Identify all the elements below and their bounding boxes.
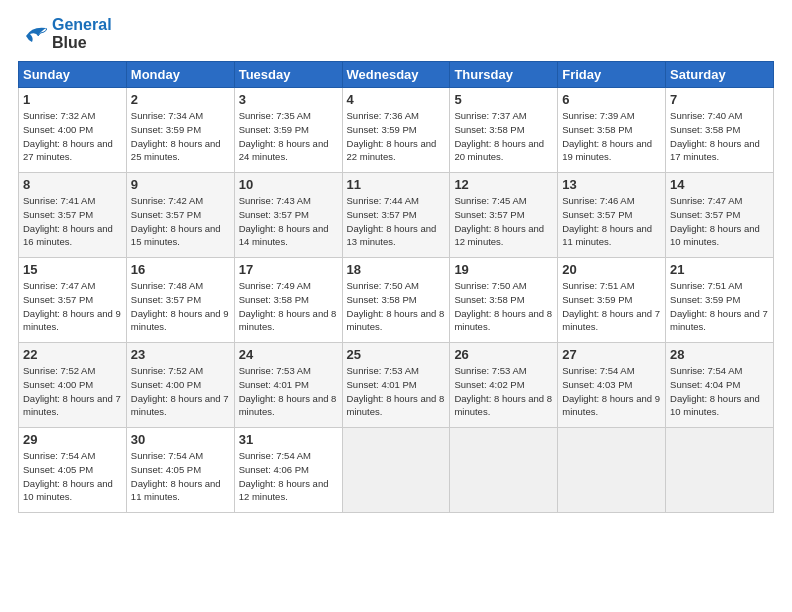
day-info: Sunrise: 7:37 AMSunset: 3:58 PMDaylight:… bbox=[454, 109, 553, 164]
day-info: Sunrise: 7:54 AMSunset: 4:05 PMDaylight:… bbox=[131, 449, 230, 504]
day-info: Sunrise: 7:36 AMSunset: 3:59 PMDaylight:… bbox=[347, 109, 446, 164]
header: General Blue bbox=[18, 16, 774, 51]
day-info: Sunrise: 7:44 AMSunset: 3:57 PMDaylight:… bbox=[347, 194, 446, 249]
day-info: Sunrise: 7:52 AMSunset: 4:00 PMDaylight:… bbox=[131, 364, 230, 419]
calendar-day-cell: 31Sunrise: 7:54 AMSunset: 4:06 PMDayligh… bbox=[234, 428, 342, 513]
calendar-day-cell: 23Sunrise: 7:52 AMSunset: 4:00 PMDayligh… bbox=[126, 343, 234, 428]
day-number: 31 bbox=[239, 432, 338, 447]
calendar-day-cell: 22Sunrise: 7:52 AMSunset: 4:00 PMDayligh… bbox=[19, 343, 127, 428]
calendar-week-row: 29Sunrise: 7:54 AMSunset: 4:05 PMDayligh… bbox=[19, 428, 774, 513]
day-number: 4 bbox=[347, 92, 446, 107]
logo-text: General Blue bbox=[52, 16, 112, 51]
day-number: 28 bbox=[670, 347, 769, 362]
day-number: 9 bbox=[131, 177, 230, 192]
calendar-day-cell: 20Sunrise: 7:51 AMSunset: 3:59 PMDayligh… bbox=[558, 258, 666, 343]
day-number: 13 bbox=[562, 177, 661, 192]
day-info: Sunrise: 7:46 AMSunset: 3:57 PMDaylight:… bbox=[562, 194, 661, 249]
logo: General Blue bbox=[18, 16, 112, 51]
day-number: 22 bbox=[23, 347, 122, 362]
col-friday: Friday bbox=[558, 62, 666, 88]
day-info: Sunrise: 7:47 AMSunset: 3:57 PMDaylight:… bbox=[670, 194, 769, 249]
calendar-day-cell: 14Sunrise: 7:47 AMSunset: 3:57 PMDayligh… bbox=[666, 173, 774, 258]
calendar-day-cell: 16Sunrise: 7:48 AMSunset: 3:57 PMDayligh… bbox=[126, 258, 234, 343]
calendar-day-cell bbox=[342, 428, 450, 513]
day-number: 5 bbox=[454, 92, 553, 107]
calendar-day-cell: 30Sunrise: 7:54 AMSunset: 4:05 PMDayligh… bbox=[126, 428, 234, 513]
calendar-day-cell: 4Sunrise: 7:36 AMSunset: 3:59 PMDaylight… bbox=[342, 88, 450, 173]
calendar-day-cell: 7Sunrise: 7:40 AMSunset: 3:58 PMDaylight… bbox=[666, 88, 774, 173]
calendar-day-cell: 27Sunrise: 7:54 AMSunset: 4:03 PMDayligh… bbox=[558, 343, 666, 428]
calendar-day-cell: 2Sunrise: 7:34 AMSunset: 3:59 PMDaylight… bbox=[126, 88, 234, 173]
day-info: Sunrise: 7:53 AMSunset: 4:01 PMDaylight:… bbox=[347, 364, 446, 419]
calendar-day-cell: 5Sunrise: 7:37 AMSunset: 3:58 PMDaylight… bbox=[450, 88, 558, 173]
day-number: 29 bbox=[23, 432, 122, 447]
col-wednesday: Wednesday bbox=[342, 62, 450, 88]
day-info: Sunrise: 7:53 AMSunset: 4:02 PMDaylight:… bbox=[454, 364, 553, 419]
day-number: 26 bbox=[454, 347, 553, 362]
calendar-week-row: 15Sunrise: 7:47 AMSunset: 3:57 PMDayligh… bbox=[19, 258, 774, 343]
calendar-week-row: 22Sunrise: 7:52 AMSunset: 4:00 PMDayligh… bbox=[19, 343, 774, 428]
day-info: Sunrise: 7:32 AMSunset: 4:00 PMDaylight:… bbox=[23, 109, 122, 164]
col-monday: Monday bbox=[126, 62, 234, 88]
calendar-day-cell: 8Sunrise: 7:41 AMSunset: 3:57 PMDaylight… bbox=[19, 173, 127, 258]
day-number: 10 bbox=[239, 177, 338, 192]
day-number: 16 bbox=[131, 262, 230, 277]
day-number: 23 bbox=[131, 347, 230, 362]
day-number: 20 bbox=[562, 262, 661, 277]
day-number: 2 bbox=[131, 92, 230, 107]
calendar-day-cell: 12Sunrise: 7:45 AMSunset: 3:57 PMDayligh… bbox=[450, 173, 558, 258]
calendar-day-cell: 11Sunrise: 7:44 AMSunset: 3:57 PMDayligh… bbox=[342, 173, 450, 258]
calendar-day-cell: 29Sunrise: 7:54 AMSunset: 4:05 PMDayligh… bbox=[19, 428, 127, 513]
day-info: Sunrise: 7:51 AMSunset: 3:59 PMDaylight:… bbox=[670, 279, 769, 334]
calendar-day-cell: 28Sunrise: 7:54 AMSunset: 4:04 PMDayligh… bbox=[666, 343, 774, 428]
day-info: Sunrise: 7:48 AMSunset: 3:57 PMDaylight:… bbox=[131, 279, 230, 334]
day-info: Sunrise: 7:34 AMSunset: 3:59 PMDaylight:… bbox=[131, 109, 230, 164]
calendar-day-cell: 21Sunrise: 7:51 AMSunset: 3:59 PMDayligh… bbox=[666, 258, 774, 343]
calendar-week-row: 8Sunrise: 7:41 AMSunset: 3:57 PMDaylight… bbox=[19, 173, 774, 258]
day-number: 1 bbox=[23, 92, 122, 107]
calendar-day-cell: 25Sunrise: 7:53 AMSunset: 4:01 PMDayligh… bbox=[342, 343, 450, 428]
day-info: Sunrise: 7:47 AMSunset: 3:57 PMDaylight:… bbox=[23, 279, 122, 334]
day-number: 3 bbox=[239, 92, 338, 107]
col-sunday: Sunday bbox=[19, 62, 127, 88]
day-info: Sunrise: 7:35 AMSunset: 3:59 PMDaylight:… bbox=[239, 109, 338, 164]
day-number: 25 bbox=[347, 347, 446, 362]
day-number: 6 bbox=[562, 92, 661, 107]
calendar-day-cell bbox=[450, 428, 558, 513]
calendar-day-cell: 9Sunrise: 7:42 AMSunset: 3:57 PMDaylight… bbox=[126, 173, 234, 258]
day-number: 18 bbox=[347, 262, 446, 277]
day-info: Sunrise: 7:40 AMSunset: 3:58 PMDaylight:… bbox=[670, 109, 769, 164]
calendar-day-cell: 26Sunrise: 7:53 AMSunset: 4:02 PMDayligh… bbox=[450, 343, 558, 428]
day-info: Sunrise: 7:54 AMSunset: 4:06 PMDaylight:… bbox=[239, 449, 338, 504]
calendar-day-cell: 13Sunrise: 7:46 AMSunset: 3:57 PMDayligh… bbox=[558, 173, 666, 258]
calendar-day-cell: 15Sunrise: 7:47 AMSunset: 3:57 PMDayligh… bbox=[19, 258, 127, 343]
day-info: Sunrise: 7:54 AMSunset: 4:04 PMDaylight:… bbox=[670, 364, 769, 419]
calendar-week-row: 1Sunrise: 7:32 AMSunset: 4:00 PMDaylight… bbox=[19, 88, 774, 173]
day-number: 19 bbox=[454, 262, 553, 277]
header-row: Sunday Monday Tuesday Wednesday Thursday… bbox=[19, 62, 774, 88]
day-number: 30 bbox=[131, 432, 230, 447]
calendar-day-cell: 17Sunrise: 7:49 AMSunset: 3:58 PMDayligh… bbox=[234, 258, 342, 343]
day-number: 11 bbox=[347, 177, 446, 192]
day-number: 8 bbox=[23, 177, 122, 192]
page: General Blue Sunday Monday Tuesday Wedne… bbox=[0, 0, 792, 612]
day-number: 12 bbox=[454, 177, 553, 192]
day-info: Sunrise: 7:43 AMSunset: 3:57 PMDaylight:… bbox=[239, 194, 338, 249]
day-info: Sunrise: 7:50 AMSunset: 3:58 PMDaylight:… bbox=[454, 279, 553, 334]
calendar-day-cell: 10Sunrise: 7:43 AMSunset: 3:57 PMDayligh… bbox=[234, 173, 342, 258]
col-saturday: Saturday bbox=[666, 62, 774, 88]
day-info: Sunrise: 7:45 AMSunset: 3:57 PMDaylight:… bbox=[454, 194, 553, 249]
logo-bird-icon bbox=[18, 22, 48, 46]
calendar-day-cell: 19Sunrise: 7:50 AMSunset: 3:58 PMDayligh… bbox=[450, 258, 558, 343]
day-info: Sunrise: 7:39 AMSunset: 3:58 PMDaylight:… bbox=[562, 109, 661, 164]
day-number: 14 bbox=[670, 177, 769, 192]
day-info: Sunrise: 7:41 AMSunset: 3:57 PMDaylight:… bbox=[23, 194, 122, 249]
calendar-day-cell: 6Sunrise: 7:39 AMSunset: 3:58 PMDaylight… bbox=[558, 88, 666, 173]
calendar-day-cell: 3Sunrise: 7:35 AMSunset: 3:59 PMDaylight… bbox=[234, 88, 342, 173]
calendar-day-cell: 18Sunrise: 7:50 AMSunset: 3:58 PMDayligh… bbox=[342, 258, 450, 343]
day-info: Sunrise: 7:51 AMSunset: 3:59 PMDaylight:… bbox=[562, 279, 661, 334]
day-info: Sunrise: 7:54 AMSunset: 4:03 PMDaylight:… bbox=[562, 364, 661, 419]
day-number: 27 bbox=[562, 347, 661, 362]
day-info: Sunrise: 7:53 AMSunset: 4:01 PMDaylight:… bbox=[239, 364, 338, 419]
day-number: 7 bbox=[670, 92, 769, 107]
